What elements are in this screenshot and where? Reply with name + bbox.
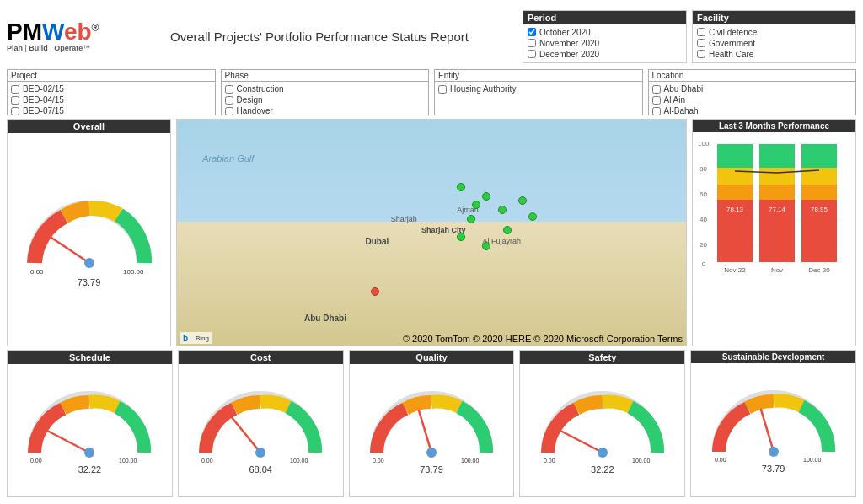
phase-item-3[interactable]: Handover [225,105,426,116]
facility-body: Civil defence Government Health Care [693,24,855,62]
project-item-2[interactable]: BED-04/15 [11,94,212,105]
facility-option-3[interactable]: Health Care [697,49,851,60]
svg-rect-24 [759,185,795,200]
cost-panel: Cost 0.00 100.00 68.04 [178,350,344,497]
period-checkbox-1[interactable] [528,28,536,36]
map-area: Arabian Gulf Sharjah Ajman Sharjah City … [177,120,686,346]
svg-text:100: 100 [698,140,710,147]
period-label-3: December 2020 [539,50,599,59]
period-option-2[interactable]: November 2020 [528,38,682,49]
svg-text:0.00: 0.00 [544,458,555,463]
overall-panel: Overall 0.00 [7,119,171,346]
period-header: Period [523,11,686,24]
svg-line-0 [51,238,89,263]
period-option-3[interactable]: December 2020 [528,49,682,60]
bottom-row: Schedule 0.00 100.00 32.22 Cost [7,350,856,497]
svg-line-43 [419,410,432,453]
top-right-panels: Period October 2020 November 2020 Decemb… [523,10,856,63]
quality-header: Quality [350,351,514,364]
dubai-label: Dubai [365,237,389,246]
safety-gauge: 0.00 100.00 [539,387,666,463]
phase-filter: Phase Construction Design Handover [221,69,430,115]
filters-row: Project BED-02/15 BED-04/15 BED-07/15 Ph… [7,69,856,115]
quality-panel: Quality 0.00 100.00 73.79 [349,350,515,497]
cost-header: Cost [179,351,343,364]
schedule-gauge-container: 0.00 100.00 32.22 [8,364,172,496]
svg-text:60: 60 [700,190,707,198]
svg-text:b: b [183,334,188,343]
svg-text:0.00: 0.00 [715,457,726,462]
sustainable-gauge: 0.00 100.00 [710,386,837,462]
facility-option-2[interactable]: Government [697,38,851,49]
period-checkbox-3[interactable] [528,50,536,58]
svg-line-35 [47,431,89,453]
facility-panel: Facility Civil defence Government Health… [692,10,856,63]
entity-filter-body: Housing Authority [435,82,642,96]
map-dot-4 [498,206,507,214]
svg-text:78.95: 78.95 [811,206,828,213]
svg-rect-22 [759,144,795,168]
schedule-value: 32.22 [78,464,102,475]
svg-rect-17 [717,144,753,168]
svg-text:Nov: Nov [771,266,783,274]
svg-rect-18 [717,168,753,185]
sharjah-label: Sharjah [391,215,417,223]
period-label-2: November 2020 [539,39,599,48]
svg-text:0.00: 0.00 [30,268,44,276]
facility-checkbox-3[interactable] [697,50,705,58]
sustainable-header: Sustainable Development [691,351,855,363]
overall-header: Overall [8,120,170,133]
location-filter: Location Abu Dhabi Al Ain Al-Bahah [648,69,857,115]
facility-option-1[interactable]: Civil defence [697,27,851,38]
svg-line-51 [761,410,774,452]
quality-gauge-container: 0.00 100.00 73.79 [350,364,514,496]
location-item-1[interactable]: Abu Dhabi [652,83,853,94]
sustainable-panel: Sustainable Development 0.00 100.00 73.7… [690,350,856,497]
svg-point-48 [598,448,608,458]
phase-item-2[interactable]: Design [225,94,426,105]
schedule-header: Schedule [8,351,172,364]
safety-header: Safety [520,351,684,364]
gulf-label: Arabian Gulf [202,153,254,164]
quality-gauge: 0.00 100.00 [368,387,495,463]
logo-area: PMWeb® Plan | Build | Operate™ [7,20,116,52]
project-filter: Project BED-02/15 BED-04/15 BED-07/15 [7,69,216,115]
sustainable-value: 73.79 [762,464,785,474]
project-item-1[interactable]: BED-02/15 [11,83,212,94]
svg-text:80: 80 [700,165,707,173]
phase-filter-body: Construction Design Handover [222,82,429,118]
entity-filter-header: Entity [435,70,642,82]
svg-rect-19 [717,185,753,200]
facility-checkbox-2[interactable] [697,39,705,47]
schedule-gauge: 0.00 100.00 [26,387,153,463]
map-panel: Arabian Gulf Sharjah Ajman Sharjah City … [176,119,687,346]
phase-item-1[interactable]: Construction [225,83,426,94]
location-item-2[interactable]: Al Ain [652,94,853,105]
map-copyright: © 2020 TomTom © 2020 HERE © 2020 Microso… [403,334,683,344]
svg-line-47 [560,431,603,453]
project-item-3[interactable]: BED-07/15 [11,105,212,116]
entity-item-1[interactable]: Housing Authority [438,83,639,94]
svg-text:40: 40 [700,216,707,223]
logo-web: Web [42,19,92,45]
period-checkbox-2[interactable] [528,39,536,47]
facility-header: Facility [693,11,855,24]
period-option-1[interactable]: October 2020 [528,27,682,38]
page-title: Overall Projects' Portfolio Performance … [116,29,523,44]
project-filter-body: BED-02/15 BED-04/15 BED-07/15 [8,82,215,118]
phase-filter-header: Phase [222,70,429,82]
map-dot-5 [467,215,475,223]
svg-text:0.00: 0.00 [201,458,213,463]
svg-rect-27 [801,144,837,168]
entity-filter: Entity Housing Authority [434,69,643,115]
logo: PMWeb® [7,20,99,44]
logo-pm: PM [7,19,42,45]
svg-text:0: 0 [702,260,706,268]
svg-rect-23 [759,168,795,185]
svg-point-1 [84,258,94,268]
schedule-panel: Schedule 0.00 100.00 32.22 [7,350,173,497]
svg-text:100.00: 100.00 [123,268,144,276]
safety-value: 32.22 [591,464,614,475]
location-item-3[interactable]: Al-Bahah [652,105,853,116]
facility-checkbox-1[interactable] [697,28,705,36]
